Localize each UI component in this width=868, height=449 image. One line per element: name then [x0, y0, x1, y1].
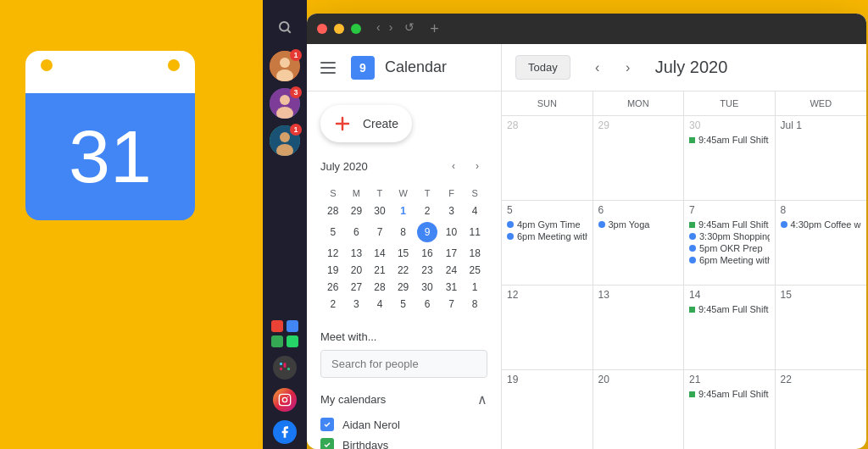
mini-day[interactable]: 7 [369, 220, 391, 244]
maximize-button[interactable] [351, 24, 361, 34]
dock-app-red[interactable] [271, 320, 283, 332]
mini-day[interactable]: 22 [392, 263, 415, 278]
mini-day[interactable]: 2 [415, 203, 438, 219]
calendar-item-aidan[interactable]: Aidan Nerol [320, 414, 487, 435]
dock-avatar-2[interactable]: 3 [270, 88, 300, 119]
mini-day[interactable]: 30 [415, 280, 438, 295]
mini-day[interactable]: 14 [369, 246, 391, 261]
create-button[interactable]: Create [320, 105, 412, 142]
cal-cell-22[interactable]: 22 [776, 370, 867, 449]
refresh-button[interactable]: ↺ [404, 20, 415, 38]
mini-day[interactable]: 29 [392, 280, 415, 295]
mini-day[interactable]: 25 [464, 263, 486, 278]
mini-day[interactable]: 7 [441, 297, 463, 312]
mini-day[interactable]: 23 [415, 263, 438, 278]
cal-cell-15[interactable]: 15 [776, 285, 867, 370]
cal-cell-30-prev[interactable]: 30 9:45am Full Shift Tear [684, 116, 776, 201]
dock-avatar-3[interactable]: 1 [270, 125, 300, 156]
cal-cell-13[interactable]: 13 [593, 285, 685, 370]
mini-day[interactable]: 8 [392, 220, 415, 244]
prev-month-button[interactable]: ‹ [584, 54, 611, 81]
event-shift-30[interactable]: 9:45am Full Shift Tear [689, 135, 770, 145]
mini-day[interactable]: 31 [441, 280, 463, 295]
hamburger-menu[interactable] [320, 58, 341, 78]
mini-day[interactable]: 27 [346, 280, 368, 295]
mini-day[interactable]: 17 [441, 246, 463, 261]
dock-avatar-1[interactable]: 1 [270, 51, 300, 81]
mini-day[interactable]: 6 [415, 297, 438, 312]
mini-day[interactable]: 29 [346, 203, 368, 219]
mini-cal-next[interactable]: › [467, 156, 487, 176]
mini-day[interactable]: 30 [369, 203, 391, 219]
mini-day[interactable]: 3 [441, 203, 463, 219]
cal-cell-21[interactable]: 21 9:45am Full Shift Tear [684, 370, 776, 449]
event-yoga[interactable]: 3pm Yoga [598, 219, 679, 230]
close-button[interactable] [317, 24, 327, 34]
cal-cell-14[interactable]: 14 9:45am Full Shift Tear [684, 285, 776, 370]
cal-cell-8[interactable]: 8 4:30pm Coffee with J... [776, 201, 867, 285]
mini-day[interactable]: 11 [464, 220, 486, 244]
event-coffee[interactable]: 4:30pm Coffee with J... [781, 219, 862, 230]
forward-button[interactable]: › [389, 20, 393, 38]
dock-app-whatsapp[interactable] [287, 335, 298, 347]
new-tab-button[interactable]: + [430, 20, 439, 38]
cal-cell-20[interactable]: 20 [593, 370, 685, 449]
event-shift-21[interactable]: 9:45am Full Shift Tear [689, 389, 770, 399]
dock-app-blue[interactable] [287, 320, 298, 332]
event-meeting-7[interactable]: 6pm Meeting with Ne... [689, 255, 770, 265]
mini-day[interactable]: 28 [369, 280, 391, 295]
mini-day[interactable]: 3 [346, 297, 368, 312]
mini-cal-prev[interactable]: ‹ [443, 156, 464, 176]
mini-day[interactable]: 15 [392, 246, 415, 261]
mini-day[interactable]: 10 [441, 220, 463, 244]
event-gym[interactable]: 4pm Gym Time [507, 219, 587, 230]
event-okr[interactable]: 5pm OKR Prep [689, 243, 770, 253]
cal-cell-12[interactable]: 12 [502, 285, 593, 370]
mini-day[interactable]: 6 [346, 220, 368, 244]
mini-day[interactable]: 1 [464, 280, 486, 295]
dock-facebook-icon[interactable] [273, 420, 297, 444]
dock-search-icon[interactable] [271, 14, 298, 41]
cal-cell-19[interactable]: 19 [502, 370, 593, 449]
mini-day[interactable]: 18 [464, 246, 486, 261]
cal-cell-29-prev[interactable]: 29 [593, 116, 685, 201]
cal-cell-7[interactable]: 7 9:45am Full Shift Tear 3:30pm Shopping… [684, 201, 776, 285]
mini-day[interactable]: 8 [464, 297, 486, 312]
cal-cell-6[interactable]: 6 3pm Yoga [593, 201, 685, 285]
mini-day[interactable]: 9 [415, 220, 438, 244]
mini-day[interactable]: 12 [322, 246, 344, 261]
people-search-input[interactable] [320, 350, 487, 378]
mini-day[interactable]: 4 [464, 203, 486, 219]
mini-day[interactable]: 2 [322, 297, 344, 312]
mini-day[interactable]: 28 [322, 203, 344, 219]
event-meeting-5[interactable]: 6pm Meeting with Jo... [507, 231, 587, 241]
dock-app-green[interactable] [271, 335, 283, 347]
event-shift-14[interactable]: 9:45am Full Shift Tear [689, 304, 770, 314]
dock-slack-icon[interactable] [273, 356, 297, 380]
mini-day[interactable]: 1 [392, 203, 415, 219]
next-month-button[interactable]: › [615, 54, 642, 81]
my-cal-toggle-icon[interactable]: ∧ [477, 391, 487, 407]
event-shopping[interactable]: 3:30pm Shopping [689, 231, 770, 241]
today-button[interactable]: Today [515, 55, 570, 80]
mini-day[interactable]: 5 [322, 220, 344, 244]
cal-cell-28-prev[interactable]: 28 [502, 116, 593, 201]
dock-instagram-icon[interactable] [273, 388, 297, 412]
mini-day[interactable]: 4 [369, 297, 391, 312]
mini-day[interactable]: 21 [369, 263, 391, 278]
calendar-checkbox-birthdays[interactable] [320, 438, 334, 449]
event-shift-7[interactable]: 9:45am Full Shift Tear [689, 219, 770, 230]
calendar-checkbox-aidan[interactable] [320, 418, 334, 431]
calendar-item-birthdays[interactable]: Birthdays [320, 435, 487, 449]
mini-day[interactable]: 19 [322, 263, 344, 278]
mini-day[interactable]: 5 [392, 297, 415, 312]
mini-day[interactable]: 16 [415, 246, 438, 261]
mini-day[interactable]: 20 [346, 263, 368, 278]
cal-cell-jul1[interactable]: Jul 1 [776, 116, 867, 201]
minimize-button[interactable] [334, 24, 344, 34]
mini-day[interactable]: 26 [322, 280, 344, 295]
back-button[interactable]: ‹ [376, 20, 381, 38]
mini-day[interactable]: 13 [346, 246, 368, 261]
mini-day[interactable]: 24 [441, 263, 463, 278]
cal-cell-5[interactable]: 5 4pm Gym Time 6pm Meeting with Jo... [502, 201, 593, 285]
